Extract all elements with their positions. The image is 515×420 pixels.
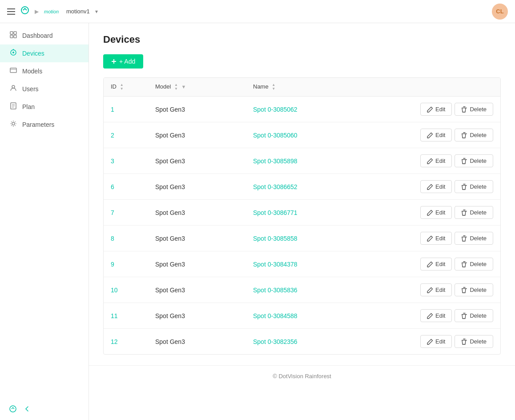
- cell-model: Spot Gen3: [148, 97, 246, 122]
- svg-rect-20: [462, 108, 467, 108]
- svg-rect-4: [10, 35, 13, 38]
- brand-chevron[interactable]: ▾: [95, 8, 98, 15]
- edit-button[interactable]: Edit: [420, 309, 452, 322]
- delete-button[interactable]: Delete: [455, 335, 493, 348]
- cell-name: Spot 0-3084588: [246, 303, 411, 329]
- table-row: 2Spot Gen3Spot 0-3085060 Edit Delete: [104, 122, 500, 148]
- cell-model: Spot Gen3: [148, 148, 246, 174]
- svg-rect-28: [462, 314, 467, 315]
- footer-icon-2[interactable]: [23, 405, 31, 415]
- cell-id: 6: [104, 174, 148, 200]
- edit-button[interactable]: Edit: [420, 232, 452, 245]
- sidebar-label-dashboard: Dashboard: [22, 32, 53, 39]
- cell-model: Spot Gen3: [148, 303, 246, 329]
- users-icon: [9, 85, 18, 93]
- sidebar-item-models[interactable]: Models: [0, 62, 89, 80]
- sidebar-label-users: Users: [22, 85, 39, 93]
- svg-rect-2: [10, 32, 13, 34]
- col-header-name[interactable]: Name ▲▼: [246, 78, 411, 97]
- plan-icon: [9, 102, 18, 111]
- cell-id: 10: [104, 277, 148, 303]
- cell-id: 11: [104, 303, 148, 329]
- cell-id: 3: [104, 148, 148, 174]
- sidebar-item-dashboard[interactable]: Dashboard: [0, 27, 89, 44]
- table-row: 1Spot Gen3Spot 0-3085062 Edit Delete: [104, 97, 500, 122]
- cell-model: Spot Gen3: [148, 122, 246, 148]
- cell-name: Spot 0-3086652: [246, 174, 411, 200]
- delete-button[interactable]: Delete: [455, 103, 493, 116]
- cell-name: Spot 0-3085858: [246, 226, 411, 251]
- cell-name: Spot 0-3085836: [246, 277, 411, 303]
- svg-rect-5: [14, 35, 16, 38]
- col-header-model[interactable]: Model ▲▼ ▼: [148, 78, 246, 97]
- cell-model: Spot Gen3: [148, 251, 246, 277]
- col-header-actions: [411, 78, 500, 97]
- table-row: 12Spot Gen3Spot 0-3082356 Edit Delete: [104, 329, 500, 355]
- delete-button[interactable]: Delete: [455, 129, 493, 141]
- sidebar-item-devices[interactable]: Devices: [0, 44, 89, 62]
- delete-button[interactable]: Delete: [455, 258, 493, 271]
- svg-point-0: [21, 7, 28, 14]
- edit-button[interactable]: Edit: [420, 206, 452, 219]
- edit-button[interactable]: Edit: [420, 258, 452, 271]
- delete-button[interactable]: Delete: [455, 154, 493, 167]
- id-sort-icons[interactable]: ▲▼: [120, 83, 124, 91]
- svg-rect-3: [14, 32, 16, 34]
- delete-button[interactable]: Delete: [455, 309, 493, 322]
- sidebar-label-models: Models: [22, 68, 42, 75]
- delete-button[interactable]: Delete: [455, 232, 493, 245]
- delete-button[interactable]: Delete: [455, 283, 493, 296]
- delete-button[interactable]: Delete: [455, 180, 493, 193]
- cell-actions: Edit Delete: [411, 122, 500, 148]
- cell-model: Spot Gen3: [148, 226, 246, 251]
- edit-button[interactable]: Edit: [420, 103, 452, 116]
- edit-button[interactable]: Edit: [420, 180, 452, 193]
- table-row: 9Spot Gen3Spot 0-3084378 Edit Delete: [104, 251, 500, 277]
- sidebar-footer: [0, 400, 89, 420]
- sidebar-item-users[interactable]: Users: [0, 80, 89, 98]
- col-header-id[interactable]: ID ▲▼: [104, 78, 148, 97]
- page-title: Devices: [103, 34, 501, 45]
- svg-point-16: [12, 122, 15, 125]
- svg-rect-29: [462, 340, 467, 340]
- model-sort-icons[interactable]: ▲▼: [174, 83, 178, 91]
- footer-icon-1[interactable]: [9, 405, 17, 415]
- logo-icon: [20, 6, 29, 17]
- cell-name: Spot 0-3086771: [246, 200, 411, 226]
- cell-model: Spot Gen3: [148, 277, 246, 303]
- edit-button[interactable]: Edit: [420, 154, 452, 167]
- svg-rect-24: [462, 211, 467, 211]
- name-sort-icons[interactable]: ▲▼: [272, 83, 275, 91]
- table-body: 1Spot Gen3Spot 0-3085062 Edit Delete2Spo…: [104, 97, 500, 355]
- svg-point-7: [12, 52, 14, 53]
- devices-table-wrapper: ID ▲▼ Model ▲▼ ▼: [103, 77, 501, 355]
- svg-rect-9: [10, 68, 16, 73]
- edit-button[interactable]: Edit: [420, 129, 452, 141]
- cell-name: Spot 0-3082356: [246, 329, 411, 355]
- sidebar: Dashboard Devices Models Users: [0, 23, 89, 420]
- brand-logo-svg: motion: [44, 8, 64, 16]
- table-row: 11Spot Gen3Spot 0-3084588 Edit Delete: [104, 303, 500, 329]
- add-device-button[interactable]: + Add: [103, 54, 143, 69]
- cell-actions: Edit Delete: [411, 277, 500, 303]
- table-row: 3Spot Gen3Spot 0-3085898 Edit Delete: [104, 148, 500, 174]
- cell-actions: Edit Delete: [411, 329, 500, 355]
- svg-rect-25: [462, 237, 467, 237]
- copyright-text: © DotVision Rainforest: [273, 373, 331, 380]
- delete-button[interactable]: Delete: [455, 206, 493, 219]
- cell-actions: Edit Delete: [411, 97, 500, 122]
- edit-button[interactable]: Edit: [420, 335, 452, 348]
- content-footer: © DotVision Rainforest: [89, 365, 515, 387]
- cell-id: 2: [104, 122, 148, 148]
- svg-point-11: [12, 85, 15, 88]
- edit-button[interactable]: Edit: [420, 283, 452, 296]
- hamburger-menu[interactable]: [7, 8, 15, 15]
- user-avatar[interactable]: CL: [492, 4, 508, 20]
- cell-id: 1: [104, 97, 148, 122]
- content-area: Devices + Add ID ▲▼: [89, 23, 515, 420]
- model-filter-icon[interactable]: ▼: [181, 84, 186, 89]
- cell-id: 9: [104, 251, 148, 277]
- sidebar-item-parameters[interactable]: Parameters: [0, 116, 89, 133]
- cell-id: 12: [104, 329, 148, 355]
- sidebar-item-plan[interactable]: Plan: [0, 98, 89, 116]
